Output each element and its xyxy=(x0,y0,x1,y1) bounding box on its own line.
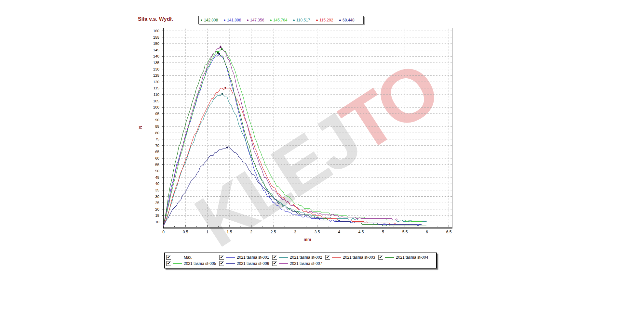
chart-title: Siła v.s. Wydł. xyxy=(138,16,173,22)
y-tick-label: 30 xyxy=(141,194,159,199)
y-tick-label: 125 xyxy=(141,73,159,78)
y-tick-label: 50 xyxy=(141,168,159,174)
y-tick-label: 135 xyxy=(141,60,159,65)
y-tick-label: 110 xyxy=(141,92,159,97)
legend-item: ✔2021 tasma st-006 xyxy=(219,261,272,266)
peak-marker-dot xyxy=(220,46,221,48)
legend-label: 2021 tasma st-002 xyxy=(290,255,322,260)
peak-value-item: 68.448 xyxy=(339,18,362,22)
y-tick-label: 140 xyxy=(141,54,159,59)
x-axis-title: mm xyxy=(301,237,314,242)
legend-line-sample xyxy=(385,257,394,258)
bullet-icon xyxy=(339,20,341,21)
peak-marker-dot xyxy=(221,48,222,50)
y-tick-label: 155 xyxy=(141,35,159,40)
peak-marker-dot xyxy=(218,53,220,55)
y-tick-label: 25 xyxy=(141,200,159,205)
legend-checkbox[interactable]: ✔ xyxy=(325,255,330,260)
peak-value: 110.517 xyxy=(296,18,310,22)
legend-checkbox[interactable]: ✔ xyxy=(166,261,171,266)
legend-label: 2021 tasma st-003 xyxy=(343,255,375,260)
y-tick-label: 160 xyxy=(141,28,159,33)
legend-item: ✔2021 tasma st-001 xyxy=(219,254,272,260)
bullet-icon xyxy=(224,20,225,21)
y-tick-label: 80 xyxy=(141,130,159,136)
legend-item: ✔2021 tasma st-003 xyxy=(325,254,378,260)
y-tick-label: 145 xyxy=(141,47,159,53)
legend-label: 2021 tasma st-001 xyxy=(237,255,269,260)
legend: ✔Max.✔2021 tasma st-001✔2021 tasma st-00… xyxy=(164,253,437,268)
peak-values-bar: 142.808141.898147.356145.764110.517115.2… xyxy=(198,16,364,24)
y-tick-label: 40 xyxy=(141,181,159,186)
bullet-icon xyxy=(247,20,248,21)
y-tick-label: 120 xyxy=(141,79,159,84)
x-tick-label: 6 xyxy=(421,230,434,234)
legend-item: ✔Max. xyxy=(166,254,219,260)
legend-line-sample xyxy=(173,263,182,264)
x-tick-label: 1.5 xyxy=(223,230,236,234)
legend-checkbox[interactable]: ✔ xyxy=(272,255,277,260)
legend-line-spacer xyxy=(173,257,182,258)
peak-value: 115.292 xyxy=(319,18,333,22)
x-tick-label: 2.5 xyxy=(267,230,280,234)
peak-value-item: 147.356 xyxy=(247,18,270,22)
legend-item: ✔2021 tasma st-007 xyxy=(272,261,325,266)
y-tick-label: 105 xyxy=(141,98,159,104)
legend-item: ✔2021 tasma st-005 xyxy=(166,261,219,266)
peak-value-item: 145.764 xyxy=(270,18,293,22)
x-tick-label: 0.5 xyxy=(179,230,192,234)
legend-checkbox[interactable]: ✔ xyxy=(378,255,383,260)
legend-line-sample xyxy=(332,257,341,258)
peak-value: 147.356 xyxy=(250,18,264,22)
legend-label: 2021 tasma st-005 xyxy=(184,261,216,266)
x-tick-label: 4.5 xyxy=(355,230,368,234)
legend-label: 2021 tasma st-007 xyxy=(290,261,322,266)
x-tick-label: 3 xyxy=(289,230,302,234)
legend-checkbox[interactable]: ✔ xyxy=(219,255,224,260)
peak-value-item: 115.292 xyxy=(316,18,339,22)
bullet-icon xyxy=(293,20,295,21)
series-line xyxy=(164,88,409,226)
x-tick-label: 5 xyxy=(377,230,390,234)
y-tick-label: 90 xyxy=(141,117,159,123)
legend-label: 2021 tasma st-006 xyxy=(237,261,269,266)
peak-marker-dot xyxy=(221,93,223,95)
y-tick-label: 85 xyxy=(141,124,159,129)
x-tick-label: 5.5 xyxy=(398,230,411,234)
x-tick-label: 1 xyxy=(201,230,214,234)
peak-value: 141.898 xyxy=(227,18,241,22)
legend-label: Max. xyxy=(184,255,192,260)
y-tick-label: 65 xyxy=(141,149,159,154)
y-tick-label: 75 xyxy=(141,136,159,142)
legend-checkbox[interactable]: ✔ xyxy=(166,255,171,260)
y-tick-label: 10 xyxy=(141,219,159,225)
plot-area xyxy=(161,28,455,231)
peak-marker-dot xyxy=(226,147,228,148)
peak-value: 145.764 xyxy=(273,18,287,22)
peak-value-item: 142.808 xyxy=(201,18,224,22)
y-tick-label: 130 xyxy=(141,67,159,72)
peak-value-item: 110.517 xyxy=(293,18,316,22)
x-tick-label: 6.5 xyxy=(442,230,455,234)
bullet-icon xyxy=(201,20,202,21)
legend-checkbox[interactable]: ✔ xyxy=(219,261,224,266)
x-tick-label: 4 xyxy=(333,230,346,234)
bullet-icon xyxy=(316,20,318,21)
x-tick-label: 0 xyxy=(157,230,170,234)
x-tick-label: 3.5 xyxy=(311,230,324,234)
legend-label: 2021 tasma st-004 xyxy=(396,255,428,260)
y-tick-label: 20 xyxy=(141,207,159,212)
peak-marker-dot xyxy=(224,87,226,89)
y-tick-label: 100 xyxy=(141,105,159,110)
series-line xyxy=(164,49,423,226)
peak-value: 142.808 xyxy=(204,18,218,22)
peak-value-item: 141.898 xyxy=(224,18,247,22)
legend-line-sample xyxy=(279,263,288,264)
y-tick-label: 55 xyxy=(141,162,159,167)
legend-line-sample xyxy=(226,257,235,258)
legend-line-sample xyxy=(226,263,235,264)
y-tick-label: 45 xyxy=(141,175,159,180)
y-tick-label: 95 xyxy=(141,111,159,116)
y-tick-label: 70 xyxy=(141,143,159,148)
legend-checkbox[interactable]: ✔ xyxy=(272,261,277,266)
